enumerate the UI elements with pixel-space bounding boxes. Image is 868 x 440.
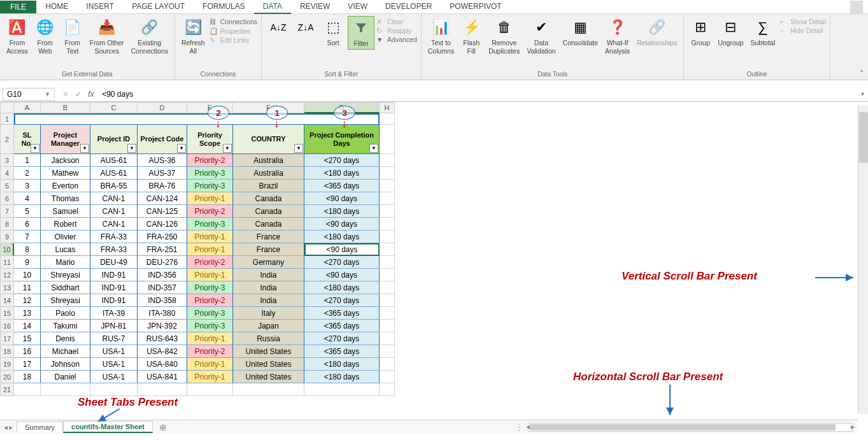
edit-links-button[interactable]: ✎Edit Links (210, 36, 257, 44)
column-header-D[interactable]: D (138, 102, 187, 113)
table-cell[interactable]: Everton (41, 180, 90, 192)
worksheet[interactable]: ABCDEFGH 1234567891011121314151617181920… (0, 102, 868, 423)
table-cell[interactable]: USA-841 (138, 371, 187, 383)
ribbon-tab-view[interactable]: VIEW (339, 0, 376, 14)
filter-button[interactable]: Filter (348, 16, 374, 50)
table-cell[interactable]: <90 days (304, 269, 380, 281)
accept-icon[interactable]: ✔ (75, 90, 82, 99)
table-cell[interactable]: Siddhart (41, 281, 90, 294)
table-cell[interactable]: CAN-1 (90, 218, 138, 231)
table-cell[interactable]: <365 days (304, 307, 380, 320)
table-cell[interactable]: 16 (14, 345, 41, 358)
filter-dropdown-button[interactable]: ▾ (294, 144, 303, 153)
show-detail-button[interactable]: +Show Detail (779, 18, 826, 25)
table-cell[interactable]: 14 (14, 320, 41, 332)
table-cell[interactable]: BRA-76 (138, 180, 187, 192)
filter-dropdown-button[interactable]: ▾ (127, 144, 136, 153)
table-cell[interactable]: 3 (14, 180, 41, 192)
table-cell[interactable]: JPN-81 (90, 320, 138, 332)
row-header-1[interactable]: 1 (0, 113, 14, 125)
table-cell[interactable]: IND-91 (90, 294, 138, 307)
reapply-button[interactable]: ↻Reapply (376, 27, 417, 34)
row-header-10[interactable]: 10 (0, 243, 14, 256)
filter-dropdown-button[interactable]: ▾ (177, 144, 186, 153)
table-header-d[interactable]: Project Code▾ (138, 125, 187, 154)
fx-icon[interactable]: fx (88, 89, 94, 99)
table-cell[interactable]: Australia (233, 154, 304, 167)
row-header-21[interactable]: 21 (0, 383, 14, 396)
table-cell[interactable]: Priority-2 (187, 294, 233, 307)
table-cell[interactable]: India (233, 281, 304, 294)
ribbon-tab-review[interactable]: REVIEW (291, 0, 339, 14)
table-cell[interactable]: <270 days (304, 256, 380, 269)
filter-dropdown-button[interactable]: ▾ (223, 144, 232, 153)
ungroup-button[interactable]: ⊟Ungroup (715, 16, 746, 48)
row-header-3[interactable]: 3 (0, 154, 14, 167)
vertical-scrollbar[interactable] (858, 106, 868, 414)
connections-button[interactable]: ⛓Connections (210, 18, 257, 25)
table-cell[interactable]: Shreyasi (41, 269, 90, 281)
table-header-a[interactable]: SL No.▾ (14, 125, 41, 154)
table-cell[interactable]: Johnson (41, 358, 90, 371)
flash-fill-button[interactable]: ⚡FlashFill (459, 16, 484, 56)
table-cell[interactable]: USA-840 (138, 358, 187, 371)
table-cell[interactable]: 13 (14, 307, 41, 320)
table-cell[interactable]: United States (233, 358, 304, 371)
table-cell[interactable]: 12 (14, 294, 41, 307)
table-cell[interactable]: Mathew (41, 167, 90, 180)
table-cell[interactable]: 9 (14, 256, 41, 269)
table-cell[interactable]: JPN-392 (138, 320, 187, 332)
table-cell[interactable]: Priority-3 (187, 281, 233, 294)
ribbon-tab-powerpivot[interactable]: POWERPIVOT (441, 0, 510, 14)
ribbon-tab-data[interactable]: DATA (254, 0, 291, 14)
table-cell[interactable]: Priority-2 (187, 154, 233, 167)
table-cell[interactable]: Thomas (41, 192, 90, 205)
table-cell[interactable]: <180 days (304, 358, 380, 371)
row-header-11[interactable]: 11 (0, 256, 14, 269)
table-cell[interactable]: Italy (233, 307, 304, 320)
table-cell[interactable]: FRA-33 (90, 243, 138, 256)
table-cell[interactable]: Priority-3 (187, 167, 233, 180)
table-cell[interactable]: <270 days (304, 332, 380, 345)
row-header-12[interactable]: 12 (0, 269, 14, 281)
collapse-ribbon-button[interactable]: ˄ (860, 69, 864, 78)
table-cell[interactable]: Takumi (41, 320, 90, 332)
table-cell[interactable]: BRA-55 (90, 180, 138, 192)
table-cell[interactable]: Robert (41, 218, 90, 231)
table-cell[interactable]: Priority-1 (187, 269, 233, 281)
table-cell[interactable]: USA-1 (90, 371, 138, 383)
subtotal-button[interactable]: ∑Subtotal (748, 16, 778, 48)
table-cell[interactable]: IND-357 (138, 281, 187, 294)
name-box[interactable]: G10▼ (3, 88, 55, 101)
table-header-e[interactable]: Priority Scope▾ (187, 125, 233, 154)
relationships-button[interactable]: 🔗Relationships (634, 16, 679, 48)
row-header-4[interactable]: 4 (0, 167, 14, 180)
table-cell[interactable]: 5 (14, 205, 41, 218)
table-cell[interactable]: <180 days (304, 281, 380, 294)
table-header-c[interactable]: Project ID▾ (90, 125, 138, 154)
table-cell[interactable]: United States (233, 345, 304, 358)
table-cell[interactable]: Brazil (233, 180, 304, 192)
row-header-20[interactable]: 20 (0, 371, 14, 383)
table-cell[interactable]: FRA-250 (138, 231, 187, 243)
table-cell[interactable]: Denis (41, 332, 90, 345)
table-cell[interactable]: AUS-61 (90, 154, 138, 167)
scrollbar-thumb[interactable] (859, 112, 868, 163)
table-cell[interactable]: <365 days (304, 345, 380, 358)
column-header-A[interactable]: A (14, 102, 41, 113)
table-cell[interactable]: Jackson (41, 154, 90, 167)
formula-input[interactable]: <90 days (99, 89, 861, 100)
table-cell[interactable]: CAN-126 (138, 218, 187, 231)
table-cell[interactable]: Germany (233, 256, 304, 269)
sort-button[interactable]: ⬚Sort (320, 16, 346, 48)
table-cell[interactable]: Priority-3 (187, 180, 233, 192)
file-tab[interactable]: FILE (0, 1, 36, 13)
table-cell[interactable]: India (233, 269, 304, 281)
from-web-button[interactable]: 🌐FromWeb (32, 16, 58, 56)
table-cell[interactable]: <270 days (304, 154, 380, 167)
filter-dropdown-button[interactable]: ▾ (80, 144, 89, 153)
table-cell[interactable]: Priority-1 (187, 332, 233, 345)
select-all-corner[interactable] (0, 102, 14, 113)
expand-formula-bar-icon[interactable]: ▾ (861, 90, 864, 97)
table-cell[interactable]: United States (233, 371, 304, 383)
